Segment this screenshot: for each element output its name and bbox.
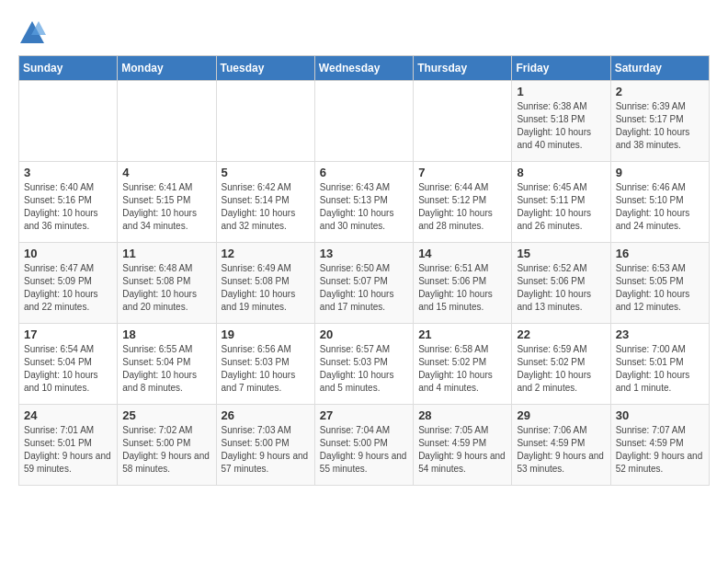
day-of-week-header: Monday (118, 56, 216, 81)
day-detail: Sunrise: 6:38 AM Sunset: 5:18 PM Dayligh… (517, 101, 591, 150)
calendar-cell: 5Sunrise: 6:42 AM Sunset: 5:14 PM Daylig… (216, 162, 314, 243)
calendar-cell: 14Sunrise: 6:51 AM Sunset: 5:06 PM Dayli… (414, 243, 512, 324)
day-detail: Sunrise: 7:03 AM Sunset: 5:00 PM Dayligh… (222, 425, 309, 474)
day-number: 23 (616, 327, 704, 341)
calendar-table: SundayMondayTuesdayWednesdayThursdayFrid… (18, 55, 710, 486)
day-detail: Sunrise: 7:05 AM Sunset: 4:59 PM Dayligh… (418, 425, 506, 474)
calendar-cell: 24Sunrise: 7:01 AM Sunset: 5:01 PM Dayli… (19, 405, 118, 486)
calendar-cell: 7Sunrise: 6:44 AM Sunset: 5:12 PM Daylig… (414, 162, 512, 243)
day-detail: Sunrise: 6:45 AM Sunset: 5:11 PM Dayligh… (517, 182, 591, 231)
day-of-week-header: Wednesday (314, 56, 413, 81)
calendar-week-row: 3Sunrise: 6:40 AM Sunset: 5:16 PM Daylig… (19, 162, 710, 243)
day-number: 6 (320, 166, 408, 179)
calendar-cell (216, 81, 314, 162)
day-number: 4 (122, 166, 210, 179)
day-of-week-header: Friday (512, 56, 610, 81)
calendar-cell: 3Sunrise: 6:40 AM Sunset: 5:16 PM Daylig… (19, 162, 118, 243)
day-number: 11 (122, 247, 210, 260)
day-detail: Sunrise: 7:02 AM Sunset: 5:00 PM Dayligh… (122, 425, 210, 474)
calendar-cell: 23Sunrise: 7:00 AM Sunset: 5:01 PM Dayli… (610, 324, 709, 405)
day-detail: Sunrise: 6:58 AM Sunset: 5:02 PM Dayligh… (418, 344, 493, 393)
calendar-cell: 20Sunrise: 6:57 AM Sunset: 5:03 PM Dayli… (314, 324, 413, 405)
day-number: 25 (122, 408, 210, 422)
day-of-week-header: Saturday (610, 56, 709, 81)
calendar-cell: 17Sunrise: 6:54 AM Sunset: 5:04 PM Dayli… (19, 324, 118, 405)
day-detail: Sunrise: 7:00 AM Sunset: 5:01 PM Dayligh… (616, 344, 690, 393)
day-number: 14 (418, 247, 506, 260)
calendar-cell: 26Sunrise: 7:03 AM Sunset: 5:00 PM Dayli… (216, 405, 314, 486)
day-detail: Sunrise: 6:57 AM Sunset: 5:03 PM Dayligh… (320, 344, 394, 393)
calendar-header-row: SundayMondayTuesdayWednesdayThursdayFrid… (19, 56, 710, 81)
calendar-cell: 30Sunrise: 7:07 AM Sunset: 4:59 PM Dayli… (610, 405, 709, 486)
day-detail: Sunrise: 6:47 AM Sunset: 5:09 PM Dayligh… (24, 263, 98, 312)
calendar-cell: 10Sunrise: 6:47 AM Sunset: 5:09 PM Dayli… (19, 243, 118, 324)
day-number: 22 (517, 327, 605, 341)
day-of-week-header: Thursday (414, 56, 512, 81)
calendar-cell (19, 81, 118, 162)
day-detail: Sunrise: 7:07 AM Sunset: 4:59 PM Dayligh… (616, 425, 703, 474)
calendar-cell (118, 81, 216, 162)
day-detail: Sunrise: 6:52 AM Sunset: 5:06 PM Dayligh… (517, 263, 591, 312)
calendar-cell: 22Sunrise: 6:59 AM Sunset: 5:02 PM Dayli… (512, 324, 610, 405)
logo (18, 18, 50, 46)
calendar-cell: 27Sunrise: 7:04 AM Sunset: 5:00 PM Dayli… (314, 405, 413, 486)
day-number: 10 (24, 247, 112, 260)
day-number: 16 (616, 247, 704, 260)
day-detail: Sunrise: 6:40 AM Sunset: 5:16 PM Dayligh… (24, 182, 98, 231)
day-number: 18 (122, 327, 210, 341)
day-detail: Sunrise: 6:43 AM Sunset: 5:13 PM Dayligh… (320, 182, 394, 231)
calendar-cell: 11Sunrise: 6:48 AM Sunset: 5:08 PM Dayli… (118, 243, 216, 324)
day-number: 28 (418, 408, 506, 422)
day-number: 12 (222, 247, 310, 260)
day-detail: Sunrise: 6:51 AM Sunset: 5:06 PM Dayligh… (418, 263, 493, 312)
calendar-week-row: 10Sunrise: 6:47 AM Sunset: 5:09 PM Dayli… (19, 243, 710, 324)
day-number: 20 (320, 327, 408, 341)
calendar-week-row: 1Sunrise: 6:38 AM Sunset: 5:18 PM Daylig… (19, 81, 710, 162)
day-number: 3 (24, 166, 112, 179)
day-number: 17 (24, 327, 112, 341)
day-detail: Sunrise: 6:41 AM Sunset: 5:15 PM Dayligh… (122, 182, 197, 231)
calendar-cell: 6Sunrise: 6:43 AM Sunset: 5:13 PM Daylig… (314, 162, 413, 243)
calendar-cell: 15Sunrise: 6:52 AM Sunset: 5:06 PM Dayli… (512, 243, 610, 324)
calendar-week-row: 17Sunrise: 6:54 AM Sunset: 5:04 PM Dayli… (19, 324, 710, 405)
page-header (18, 18, 710, 46)
day-detail: Sunrise: 6:46 AM Sunset: 5:10 PM Dayligh… (616, 182, 690, 231)
calendar-cell: 8Sunrise: 6:45 AM Sunset: 5:11 PM Daylig… (512, 162, 610, 243)
calendar-cell: 12Sunrise: 6:49 AM Sunset: 5:08 PM Dayli… (216, 243, 314, 324)
calendar-cell: 2Sunrise: 6:39 AM Sunset: 5:17 PM Daylig… (610, 81, 709, 162)
calendar-cell: 25Sunrise: 7:02 AM Sunset: 5:00 PM Dayli… (118, 405, 216, 486)
day-detail: Sunrise: 6:55 AM Sunset: 5:04 PM Dayligh… (122, 344, 197, 393)
calendar-cell: 13Sunrise: 6:50 AM Sunset: 5:07 PM Dayli… (314, 243, 413, 324)
day-detail: Sunrise: 6:54 AM Sunset: 5:04 PM Dayligh… (24, 344, 98, 393)
day-of-week-header: Tuesday (216, 56, 314, 81)
day-detail: Sunrise: 6:48 AM Sunset: 5:08 PM Dayligh… (122, 263, 197, 312)
day-number: 27 (320, 408, 408, 422)
calendar-cell: 21Sunrise: 6:58 AM Sunset: 5:02 PM Dayli… (414, 324, 512, 405)
day-number: 26 (222, 408, 310, 422)
calendar-cell (314, 81, 413, 162)
calendar-week-row: 24Sunrise: 7:01 AM Sunset: 5:01 PM Dayli… (19, 405, 710, 486)
day-detail: Sunrise: 6:53 AM Sunset: 5:05 PM Dayligh… (616, 263, 690, 312)
day-number: 8 (517, 166, 605, 179)
calendar-cell: 16Sunrise: 6:53 AM Sunset: 5:05 PM Dayli… (610, 243, 709, 324)
day-detail: Sunrise: 6:39 AM Sunset: 5:17 PM Dayligh… (616, 101, 690, 150)
day-detail: Sunrise: 7:04 AM Sunset: 5:00 PM Dayligh… (320, 425, 407, 474)
day-detail: Sunrise: 6:42 AM Sunset: 5:14 PM Dayligh… (222, 182, 296, 231)
day-number: 19 (222, 327, 310, 341)
day-number: 7 (418, 166, 506, 179)
day-detail: Sunrise: 6:59 AM Sunset: 5:02 PM Dayligh… (517, 344, 591, 393)
day-number: 30 (616, 408, 704, 422)
calendar-cell: 1Sunrise: 6:38 AM Sunset: 5:18 PM Daylig… (512, 81, 610, 162)
logo-icon (18, 18, 46, 46)
day-detail: Sunrise: 6:49 AM Sunset: 5:08 PM Dayligh… (222, 263, 296, 312)
day-number: 9 (616, 166, 704, 179)
calendar-cell: 28Sunrise: 7:05 AM Sunset: 4:59 PM Dayli… (414, 405, 512, 486)
calendar-cell: 29Sunrise: 7:06 AM Sunset: 4:59 PM Dayli… (512, 405, 610, 486)
day-number: 15 (517, 247, 605, 260)
day-number: 21 (418, 327, 506, 341)
calendar-cell (414, 81, 512, 162)
day-number: 1 (517, 85, 605, 98)
day-number: 5 (222, 166, 310, 179)
day-detail: Sunrise: 7:01 AM Sunset: 5:01 PM Dayligh… (24, 425, 111, 474)
day-detail: Sunrise: 7:06 AM Sunset: 4:59 PM Dayligh… (517, 425, 604, 474)
